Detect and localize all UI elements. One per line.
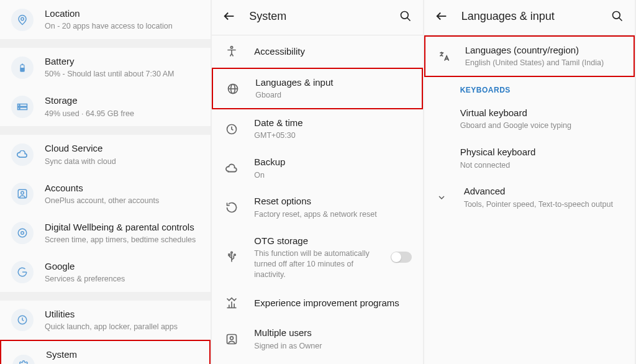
system-icon: [12, 355, 35, 364]
back-button[interactable]: [222, 9, 237, 24]
row-sub: Not connected: [460, 160, 624, 171]
row-sub: On - 20 apps have access to location: [45, 21, 199, 32]
row-sub: Gboard and Google voice typing: [460, 121, 624, 131]
google-icon: [11, 261, 34, 283]
row-sub: Factory reset, apps & network reset: [254, 209, 411, 220]
row-sub: On: [254, 170, 411, 181]
row-backup[interactable]: Backup On: [212, 148, 422, 188]
row-title: Accounts: [45, 182, 199, 194]
panel-settings: Location On - 20 apps have access to loc…: [0, 0, 212, 364]
row-utilities[interactable]: Utilities Quick launch, app locker, para…: [0, 301, 211, 340]
svg-rect-2: [20, 68, 24, 71]
row-sub: Screen time, app timers, bedtime schedul…: [45, 235, 199, 245]
row-title: Virtual keyboard: [460, 107, 624, 119]
row-title: Accessibility: [254, 45, 411, 58]
search-button[interactable]: [610, 9, 625, 24]
row-sub: Sync data with cloud: [45, 157, 199, 167]
storage-icon: [11, 96, 34, 118]
panel-languages-input: Languages & input Languages (country/reg…: [424, 0, 636, 364]
svg-point-9: [21, 191, 24, 194]
svg-point-11: [21, 232, 24, 235]
row-datetime[interactable]: Date & time GMT+05:30: [212, 109, 422, 148]
row-advanced[interactable]: Advanced Tools, Pointer speed, Text-to-s…: [424, 178, 635, 217]
clock-icon: [223, 121, 240, 138]
row-battery[interactable]: Battery 50% - Should last until about 7:…: [0, 48, 211, 87]
svg-point-27: [234, 254, 236, 256]
row-title: Physical keyboard: [460, 146, 624, 158]
svg-point-39: [612, 12, 620, 19]
row-google[interactable]: Google Services & preferences: [0, 253, 211, 292]
user-icon: [223, 330, 240, 348]
back-button[interactable]: [434, 9, 449, 24]
row-languages-region[interactable]: Languages (country/region) English (Unit…: [424, 35, 635, 77]
row-title: Multiple users: [254, 327, 411, 339]
row-sub: English (United States) and Tamil (India…: [465, 58, 622, 68]
row-title: Languages (country/region): [465, 44, 622, 57]
panel-system: System Accessibility Languages & input G…: [212, 0, 424, 364]
svg-point-25: [231, 252, 233, 253]
row-sub: 49% used · 64.95 GB free: [45, 109, 199, 119]
row-multiuser[interactable]: Multiple users Signed in as Owner: [212, 319, 422, 358]
row-ramboost[interactable]: RAM Boost: [212, 359, 422, 365]
reset-icon: [223, 199, 240, 216]
otg-toggle[interactable]: [391, 252, 412, 263]
row-sub: Services & preferences: [45, 274, 199, 284]
row-sub: Quick launch, app locker, parallel apps: [45, 322, 199, 332]
svg-point-7: [19, 108, 20, 109]
row-cloud[interactable]: Cloud Service Sync data with cloud: [0, 135, 211, 174]
location-icon: [11, 9, 34, 31]
row-accessibility[interactable]: Accessibility: [212, 35, 422, 68]
row-sub: Tools, Pointer speed, Text-to-speech out…: [464, 199, 624, 210]
row-accounts[interactable]: Accounts OnePlus account, other accounts: [0, 175, 211, 214]
keyboards-section-label: KEYBOARDS: [424, 77, 635, 99]
row-otg[interactable]: OTG storage This function will be automa…: [212, 227, 422, 288]
row-wellbeing[interactable]: Digital Wellbeing & parental controls Sc…: [0, 214, 211, 253]
row-physical-keyboard[interactable]: Physical keyboard Not connected: [424, 139, 635, 178]
row-title: System: [46, 348, 198, 361]
row-reset[interactable]: Reset options Factory reset, apps & netw…: [212, 188, 422, 227]
accounts-icon: [11, 183, 34, 205]
row-languages-input[interactable]: Languages & input Gboard: [212, 68, 422, 109]
search-button[interactable]: [398, 9, 413, 24]
accessibility-icon: [223, 43, 240, 60]
row-title: Advanced: [464, 185, 624, 198]
battery-icon: [11, 57, 34, 79]
divider: [0, 39, 211, 48]
svg-point-18: [401, 12, 408, 19]
header: System: [212, 0, 422, 32]
svg-point-10: [18, 229, 27, 237]
row-title: OTG storage: [254, 235, 384, 247]
row-title: Utilities: [45, 308, 199, 321]
row-title: Location: [45, 7, 199, 20]
cloud-icon: [223, 160, 240, 177]
row-virtual-keyboard[interactable]: Virtual keyboard Gboard and Google voice…: [424, 99, 635, 139]
row-title: Google: [45, 260, 199, 273]
svg-line-40: [619, 18, 622, 21]
row-sub: Signed in as Owner: [254, 341, 411, 352]
utilities-icon: [11, 309, 34, 331]
divider: [0, 126, 211, 135]
wellbeing-icon: [11, 222, 34, 244]
svg-line-19: [407, 18, 410, 21]
row-storage[interactable]: Storage 49% used · 64.95 GB free: [0, 87, 211, 126]
row-system[interactable]: System Language & keyboard, time, reset,…: [0, 340, 211, 364]
row-sub: GMT+05:30: [254, 130, 411, 141]
row-experience[interactable]: Experience improvement programs: [212, 287, 422, 319]
cloud-icon: [11, 143, 34, 166]
row-sub: Gboard: [255, 90, 410, 101]
svg-point-20: [231, 47, 233, 48]
svg-rect-26: [229, 254, 230, 256]
row-title: Reset options: [254, 195, 411, 207]
usb-icon: [223, 248, 240, 266]
row-title: Experience improvement programs: [254, 297, 411, 309]
svg-point-6: [19, 105, 20, 106]
row-title: Date & time: [254, 117, 411, 129]
row-title: Digital Wellbeing & parental controls: [45, 221, 199, 234]
row-title: Storage: [45, 94, 199, 107]
row-location[interactable]: Location On - 20 apps have access to loc…: [0, 0, 211, 39]
row-title: Cloud Service: [45, 142, 199, 155]
chart-icon: [223, 294, 240, 312]
row-title: Backup: [254, 156, 411, 168]
row-title: Battery: [45, 55, 199, 68]
row-sub: OnePlus account, other accounts: [45, 196, 199, 206]
